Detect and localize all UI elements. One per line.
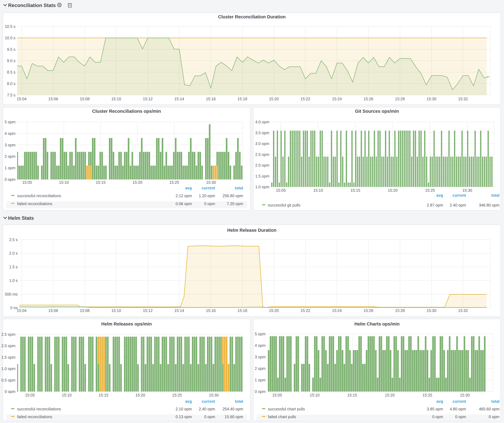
svg-text:15:16: 15:16	[206, 97, 216, 101]
svg-text:1.0 s: 1.0 s	[9, 278, 18, 283]
svg-text:1.0 opm: 1.0 opm	[1, 366, 15, 371]
svg-text:15:05: 15:05	[25, 393, 35, 397]
svg-text:15:26: 15:26	[364, 97, 373, 101]
svg-text:15:22: 15:22	[300, 308, 310, 313]
svg-text:1.5 opm: 1.5 opm	[255, 174, 269, 178]
svg-text:15:28: 15:28	[395, 97, 405, 101]
svg-text:3 opm: 3 opm	[5, 143, 15, 147]
svg-text:Git Sources ops/min: Git Sources ops/min	[355, 109, 399, 114]
svg-text:15:14: 15:14	[174, 97, 184, 101]
svg-text:15:30: 15:30	[460, 393, 470, 397]
svg-text:5 opm: 5 opm	[255, 332, 265, 336]
svg-text:15:04: 15:04	[17, 308, 27, 313]
svg-text:15:20: 15:20	[269, 97, 279, 101]
svg-text:Helm Charts ops/min: Helm Charts ops/min	[354, 322, 400, 326]
svg-text:2.40 opm: 2.40 opm	[450, 203, 466, 207]
svg-text:8.5 s: 8.5 s	[7, 70, 15, 74]
svg-text:7.5 s: 7.5 s	[7, 93, 15, 97]
svg-text:successful reconciliations: successful reconciliations	[17, 194, 61, 198]
svg-text:2.87 opm: 2.87 opm	[427, 203, 443, 207]
svg-text:2.0 s: 2.0 s	[9, 251, 18, 255]
svg-text:15:30: 15:30	[206, 180, 216, 185]
svg-text:avg: avg	[185, 399, 192, 404]
svg-text:15:15: 15:15	[347, 393, 357, 397]
svg-text:2.12 opm: 2.12 opm	[176, 194, 192, 198]
svg-text:successful chart pulls: successful chart pulls	[268, 407, 305, 411]
svg-text:465.60 opm: 465.60 opm	[479, 407, 499, 411]
svg-text:15:25: 15:25	[425, 188, 435, 193]
svg-text:current: current	[453, 193, 466, 198]
svg-text:15:32: 15:32	[458, 308, 468, 313]
svg-text:Helm Release Duration: Helm Release Duration	[227, 228, 276, 233]
svg-text:failed chart pulls: failed chart pulls	[268, 415, 296, 419]
svg-text:0 ns: 0 ns	[10, 306, 18, 310]
svg-text:10.5 s: 10.5 s	[5, 24, 15, 29]
svg-text:avg: avg	[185, 186, 192, 190]
svg-text:current: current	[453, 399, 466, 404]
svg-text:3.0 opm: 3.0 opm	[255, 141, 269, 146]
svg-text:15:10: 15:10	[313, 188, 323, 193]
svg-text:2.10 opm: 2.10 opm	[176, 407, 192, 411]
svg-text:9.0 s: 9.0 s	[7, 59, 15, 63]
svg-text:current: current	[202, 399, 215, 404]
svg-text:15:15: 15:15	[96, 180, 106, 185]
svg-text:15:16: 15:16	[206, 308, 216, 313]
svg-text:15:08: 15:08	[80, 308, 90, 313]
svg-text:4.0 opm: 4.0 opm	[255, 120, 269, 124]
svg-text:0 opm: 0 opm	[455, 415, 466, 419]
svg-text:1.0 opm: 1.0 opm	[255, 185, 269, 189]
svg-text:3.85 opm: 3.85 opm	[427, 407, 443, 411]
svg-text:4 opm: 4 opm	[5, 131, 15, 136]
svg-text:15:25: 15:25	[172, 393, 182, 397]
svg-text:8.0 s: 8.0 s	[7, 82, 15, 86]
svg-text:346.80 opm: 346.80 opm	[479, 203, 499, 207]
svg-text:15:26: 15:26	[364, 308, 373, 313]
svg-text:4 opm: 4 opm	[255, 343, 265, 348]
svg-text:15:28: 15:28	[395, 308, 405, 313]
svg-text:15:20: 15:20	[269, 308, 279, 313]
svg-text:15:22: 15:22	[300, 97, 310, 101]
svg-text:15:18: 15:18	[238, 97, 247, 101]
svg-text:15:10: 15:10	[62, 393, 72, 397]
svg-text:7.20 opm: 7.20 opm	[227, 201, 243, 206]
svg-text:15:30: 15:30	[426, 308, 436, 313]
svg-text:0.5 opm: 0.5 opm	[1, 378, 15, 382]
svg-text:1.5 opm: 1.5 opm	[1, 355, 15, 359]
svg-text:15:06: 15:06	[48, 97, 58, 101]
svg-text:15:20: 15:20	[133, 180, 143, 185]
svg-text:15:32: 15:32	[458, 97, 468, 101]
svg-text:15:24: 15:24	[332, 97, 342, 101]
svg-text:4.80 opm: 4.80 opm	[450, 407, 466, 411]
svg-text:15:30: 15:30	[462, 188, 472, 193]
svg-text:1 opm: 1 opm	[255, 378, 265, 382]
svg-text:current: current	[202, 186, 215, 190]
svg-text:Cluster Reconciliation Duratio: Cluster Reconciliation Duration	[218, 14, 286, 19]
svg-text:2 opm: 2 opm	[5, 154, 15, 159]
svg-text:Helm Releases ops/min: Helm Releases ops/min	[101, 322, 152, 326]
svg-text:15:30: 15:30	[209, 393, 219, 397]
svg-text:total: total	[235, 399, 243, 404]
svg-text:254.40 opm: 254.40 opm	[222, 407, 243, 411]
svg-text:failed reconciliations: failed reconciliations	[17, 415, 52, 419]
svg-text:15:04: 15:04	[17, 97, 27, 101]
svg-text:15:10: 15:10	[111, 97, 121, 101]
svg-text:0 opm: 0 opm	[204, 201, 215, 206]
svg-text:15:10: 15:10	[310, 393, 320, 397]
svg-text:2.5 opm: 2.5 opm	[255, 152, 269, 157]
svg-text:1.20 opm: 1.20 opm	[199, 194, 215, 198]
svg-text:Helm Stats: Helm Stats	[8, 215, 34, 221]
svg-text:15:12: 15:12	[143, 97, 153, 101]
svg-text:1 opm: 1 opm	[5, 166, 15, 170]
svg-text:15:20: 15:20	[135, 393, 145, 397]
svg-text:total: total	[491, 399, 499, 404]
svg-text:5 opm: 5 opm	[5, 120, 15, 124]
svg-text:15:08: 15:08	[80, 97, 90, 101]
svg-text:total: total	[235, 186, 243, 190]
svg-text:15:18: 15:18	[238, 308, 247, 313]
svg-text:0 opm: 0 opm	[5, 389, 15, 394]
svg-text:15:24: 15:24	[332, 308, 342, 313]
svg-text:15:20: 15:20	[388, 188, 398, 193]
svg-text:15:12: 15:12	[143, 308, 153, 313]
svg-text:10.0 s: 10.0 s	[5, 36, 15, 40]
svg-text:2.40 opm: 2.40 opm	[199, 407, 215, 411]
